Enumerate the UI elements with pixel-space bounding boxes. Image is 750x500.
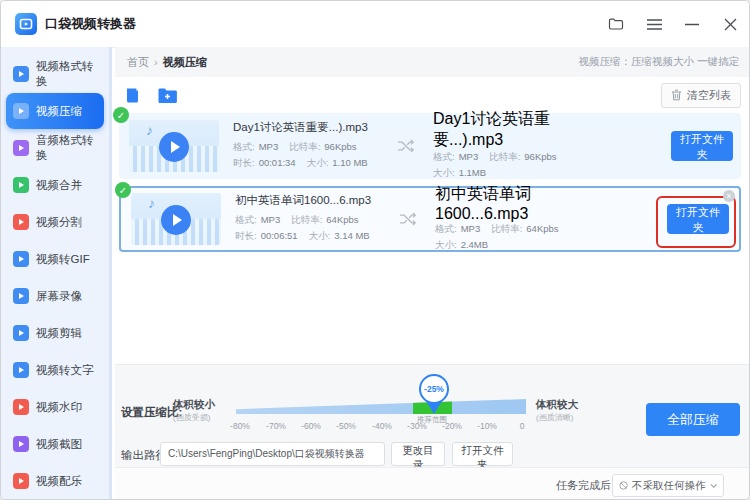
remove-file-icon[interactable]: × <box>723 190 735 202</box>
file-row[interactable]: ✓ ♪ Day1讨论英语重要...).mp3 格式:MP3比特率:96Kpbs … <box>119 113 741 179</box>
open-output-folder-button[interactable]: 打开文件夹 <box>452 442 513 466</box>
check-icon: ✓ <box>113 107 129 123</box>
audio-thumbnail: ♪ <box>129 120 219 172</box>
add-folder-icon[interactable] <box>157 87 178 104</box>
add-file-icon[interactable] <box>125 87 144 104</box>
menu-icon[interactable] <box>645 15 663 33</box>
shuffle-arrows-icon <box>397 139 415 153</box>
sidebar-item-video-split[interactable]: 视频分割 <box>6 204 104 240</box>
app-title: 口袋视频转换器 <box>45 15 136 33</box>
breadcrumb-current: 视频压缩 <box>163 55 207 70</box>
app-window: 口袋视频转换器 视频格式转换 视频压缩 音频格式转换 视频合并 视频分割 视频转… <box>0 0 750 500</box>
sidebar-item-video-merge[interactable]: 视频合并 <box>6 167 104 203</box>
check-icon: ✓ <box>115 182 131 198</box>
slider-value-bubble[interactable]: -25% <box>419 374 449 404</box>
tick-label: 0 <box>504 421 540 431</box>
subheader: 首页 › 视频压缩 视频压缩：压缩视频大小 一键搞定 <box>115 47 750 77</box>
open-folder-button[interactable]: 打开文件夹 <box>667 204 729 234</box>
larger-size-label: 体积较大 <box>536 398 578 412</box>
sidebar-item-video-screenshot[interactable]: 视频截图 <box>6 426 104 462</box>
sidebar-item-video-music[interactable]: 视频配乐 <box>6 463 104 499</box>
tick-label: -30% <box>399 421 435 431</box>
quality-loss-note: (画质受损) <box>173 412 210 423</box>
play-icon <box>161 205 191 235</box>
page-tagline: 视频压缩：压缩视频大小 一键搞定 <box>579 55 739 69</box>
change-directory-button[interactable]: 更改目录 <box>391 442 445 466</box>
tick-label: -60% <box>293 421 329 431</box>
titlebar: 口袋视频转换器 <box>1 1 750 48</box>
sidebar-item-screen-record[interactable]: 屏幕录像 <box>6 278 104 314</box>
sidebar-item-video-format-convert[interactable]: 视频格式转换 <box>6 56 104 92</box>
play-icon <box>159 132 189 162</box>
sidebar-item-video-to-text[interactable]: 视频转文字 <box>6 352 104 388</box>
shuffle-arrows-icon <box>399 212 417 226</box>
audio-play-icon <box>13 140 29 156</box>
no-action-icon <box>619 480 628 491</box>
source-file-info: Day1讨论英语重要...).mp3 格式:MP3比特率:96Kpbs 时长:0… <box>233 120 391 173</box>
compression-panel: 设置压缩比: 体积较小 (画质受损) -25% 推荐范围 -80% -70% -… <box>115 364 750 468</box>
tick-label: -80% <box>222 421 258 431</box>
toolbar: 清空列表 <box>115 77 750 113</box>
audio-thumbnail: ♪ <box>131 193 221 245</box>
video-play-icon <box>13 473 29 489</box>
tick-label: -10% <box>469 421 505 431</box>
tick-label: -20% <box>434 421 470 431</box>
after-task-label: 任务完成后 <box>556 478 611 493</box>
app-logo-icon <box>15 13 37 35</box>
sidebar-item-video-compress[interactable]: 视频压缩 <box>6 93 104 129</box>
compression-slider-track[interactable] <box>236 399 526 414</box>
video-play-icon <box>13 103 29 119</box>
after-task-dropdown[interactable]: 不采取任何操作 <box>612 474 724 497</box>
chevron-down-icon <box>710 483 717 489</box>
breadcrumb-home[interactable]: 首页 <box>127 55 149 70</box>
smaller-size-label: 体积较小 <box>173 398 215 412</box>
sidebar-item-video-watermark[interactable]: 视频水印 <box>6 389 104 425</box>
dropdown-value: 不采取任何操作 <box>632 479 706 493</box>
tick-label: -40% <box>364 421 400 431</box>
minimize-icon[interactable] <box>683 15 701 33</box>
sidebar-item-audio-format-convert[interactable]: 音频格式转换 <box>6 130 104 166</box>
sidebar: 视频格式转换 视频压缩 音频格式转换 视频合并 视频分割 视频转GIF 屏幕录像… <box>1 47 112 500</box>
output-file-info: Day1讨论英语重要...).mp3 格式:MP3比特率:96Kpbs 大小:1… <box>433 109 601 183</box>
output-file-name: 初中英语单词1600...6.mp3 <box>435 184 603 223</box>
file-row-selected[interactable]: ✓ × ♪ 初中英语单词1600...6.mp3 格式:MP3比特率:64Kpb… <box>119 186 741 252</box>
close-icon[interactable] <box>721 15 739 33</box>
footer: 任务完成后 不采取任何操作 <box>115 467 750 500</box>
video-play-icon <box>13 436 29 452</box>
video-play-icon <box>13 66 29 82</box>
tick-label: -70% <box>258 421 294 431</box>
output-file-name: Day1讨论英语重要...).mp3 <box>433 109 601 151</box>
video-play-icon <box>13 362 29 378</box>
video-play-icon <box>13 214 29 230</box>
video-play-icon <box>13 288 29 304</box>
video-play-icon <box>13 251 29 267</box>
music-note-icon: ♪ <box>146 122 153 138</box>
video-play-icon <box>13 177 29 193</box>
output-path-input[interactable] <box>160 442 385 466</box>
music-note-icon: ♪ <box>148 195 155 211</box>
quality-clear-note: (画质清晰) <box>536 412 573 423</box>
source-file-name: 初中英语单词1600...6.mp3 <box>235 193 393 208</box>
tick-label: -50% <box>328 421 364 431</box>
source-file-info: 初中英语单词1600...6.mp3 格式:MP3比特率:64Kpbs 时长:0… <box>235 193 393 246</box>
video-play-icon <box>13 399 29 415</box>
sidebar-item-video-to-gif[interactable]: 视频转GIF <box>6 241 104 277</box>
sidebar-item-video-edit[interactable]: 视频剪辑 <box>6 315 104 351</box>
output-file-info: 初中英语单词1600...6.mp3 格式:MP3比特率:64Kpbs 大小:2… <box>435 184 603 255</box>
breadcrumb-separator: › <box>154 56 158 68</box>
video-play-icon <box>13 325 29 341</box>
open-folder-icon[interactable] <box>607 15 625 33</box>
open-folder-button[interactable]: 打开文件夹 <box>671 131 733 161</box>
compress-all-button[interactable]: 全部压缩 <box>646 403 740 436</box>
clear-list-button[interactable]: 清空列表 <box>661 83 741 108</box>
source-file-name: Day1讨论英语重要...).mp3 <box>233 120 391 135</box>
